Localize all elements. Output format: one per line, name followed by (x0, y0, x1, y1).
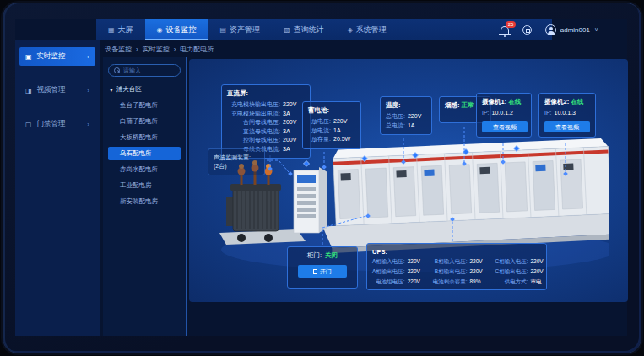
tree-group-toggle[interactable]: ▾ 浦大台区 (110, 85, 181, 94)
tree-item-station-2[interactable]: 白蒲子配电所 (108, 115, 181, 128)
top-navigation: ▦ 大屏 ◉ 设备监控 ▤ 资产管理 ▧ 查询统计 ◈ 系统管理 (15, 19, 627, 40)
tree-group-label: 浦大台区 (116, 85, 142, 94)
sidebar-item-realtime-monitor[interactable]: ▣ 实时监控 › (19, 47, 95, 66)
metric-label: A相输出电压: (372, 268, 405, 276)
nav-tab-system[interactable]: ◈ 系统管理 (336, 19, 398, 40)
fullscreen-icon[interactable] (522, 25, 532, 35)
tree-item-station-7[interactable]: 新安装配电房 (108, 195, 181, 208)
stats-icon: ▧ (284, 26, 290, 34)
battery-panel: 蓄电池: 放电压:220V 放电流:1A 放存量:20.5W (302, 101, 361, 149)
panel-title: 直流屏: (227, 89, 305, 98)
monitor-icon: ◉ (157, 26, 163, 34)
acoustic-monitor-label: 声波监测装置: (2台) (208, 148, 265, 175)
metric-label: 合闸母线电压: (227, 118, 280, 127)
metric-value: 市电 (530, 278, 549, 286)
acoustic-label-line1: 声波监测装置: (214, 154, 259, 162)
door-icon: ▢ (25, 121, 32, 128)
device-frame: ▦ 大屏 ◉ 设备监控 ▤ 资产管理 ▧ 查询统计 ◈ 系统管理 (3, 3, 641, 353)
station-tree-panel: ▾ 浦大台区 鱼台子配电所 白蒲子配电所 大板桥配电所 乌石配电所 赤岗水配电所… (103, 57, 187, 336)
nav-tab-device-monitor[interactable]: ◉ 设备监控 (145, 19, 208, 40)
metric-label: 电池组电压: (372, 278, 405, 286)
chevron-right-icon: › (87, 121, 89, 128)
tree-item-station-4-selected[interactable]: 乌石配电所 (108, 147, 181, 160)
chevron-down-icon: ∨ (594, 26, 598, 33)
view-video-button[interactable]: 查看视频 (544, 121, 590, 132)
breadcrumb-item: 电力配电所 (180, 45, 214, 54)
nav-tab-label: 大屏 (118, 24, 133, 35)
breadcrumb-item[interactable]: 实时监控 (143, 45, 170, 54)
metric-label: 放电流: (308, 127, 331, 136)
metric-label: B相输出电压: (433, 268, 468, 276)
open-door-button[interactable]: 开门 (298, 265, 347, 278)
metric-label: A相输入电压: (372, 258, 405, 266)
ip-label: IP: (544, 109, 552, 118)
user-name: admin001 (560, 26, 590, 34)
tree-item-station-6[interactable]: 工业配电房 (108, 179, 181, 192)
switchgear-room (319, 138, 609, 253)
tree-item-station-1[interactable]: 鱼台子配电所 (108, 99, 181, 112)
nav-tabs: ▦ 大屏 ◉ 设备监控 ▤ 资产管理 ▧ 查询统计 ◈ 系统管理 (96, 19, 552, 40)
panel-title: 烟感: (445, 101, 460, 109)
nav-tab-label: 查询统计 (294, 24, 324, 35)
metric-value: 20.5W (333, 135, 355, 144)
notifications-button[interactable]: 25 (501, 26, 509, 34)
metric-label: 放存量: (308, 135, 331, 144)
metric-label: 总电压: (386, 112, 405, 121)
video-icon: ◨ (25, 87, 32, 94)
metric-label: 供电方式: (495, 278, 528, 286)
metric-value: 1A (333, 127, 355, 136)
camera2-panel: 摄像机2: 在线 IP: 10.0.1.3 查看视频 (538, 93, 596, 138)
nav-tab-statistics[interactable]: ▧ 查询统计 (272, 19, 336, 40)
metric-value: 220V (408, 258, 426, 266)
charging-cabinet (294, 167, 327, 233)
metric-value: 1A (408, 121, 426, 131)
metric-label: 放电压: (308, 117, 331, 127)
metric-label: 控制母线电压: (227, 136, 280, 145)
system-icon: ◈ (348, 26, 353, 34)
search-icon (114, 67, 120, 73)
metric-label: 充电模块输出电流: (227, 110, 280, 119)
asset-icon: ▤ (220, 26, 227, 34)
metric-value: 220V (408, 268, 426, 276)
nav-tab-assets[interactable]: ▤ 资产管理 (208, 19, 273, 40)
breadcrumb: 设备监控 › 实时监控 › 电力配电所 (105, 42, 214, 56)
search-input[interactable] (123, 67, 175, 73)
ip-label: IP: (482, 109, 490, 118)
sidebar-item-access-control[interactable]: ▢ 门禁管理 › (19, 115, 95, 133)
panel-title: UPS: (372, 248, 541, 256)
realtime-monitor-icon: ▣ (25, 53, 32, 61)
nav-tab-bigscreen[interactable]: ▦ 大屏 (96, 19, 145, 40)
nav-tab-label: 资产管理 (230, 24, 260, 35)
acoustic-label-line2: (2台) (214, 162, 259, 170)
breadcrumb-item[interactable]: 设备监控 (105, 45, 132, 54)
caret-down-icon: ▾ (110, 86, 113, 94)
metric-label: 总电流: (386, 121, 405, 131)
breadcrumb-separator: › (174, 46, 176, 53)
app-window: ▦ 大屏 ◉ 设备监控 ▤ 资产管理 ▧ 查询统计 ◈ 系统管理 (15, 19, 627, 336)
user-menu[interactable]: admin001 ∨ (545, 24, 598, 35)
nav-tab-label: 设备监控 (166, 24, 197, 35)
bigscreen-icon: ▦ (108, 26, 115, 34)
temperature-panel: 温度: 总电压:220V 总电流:1A (380, 96, 432, 135)
camera1-ip: 10.0.1.2 (492, 109, 513, 118)
nav-tab-label: 系统管理 (356, 24, 387, 35)
panel-title: 摄像机1: (482, 98, 506, 105)
ups-panel: UPS: A相输入电压:220V B相输入电压:220V C相输入电压:220V… (366, 243, 547, 290)
sidebar-item-label: 实时监控 (37, 51, 66, 62)
metric-label: 电池剩余容量: (433, 278, 468, 286)
metric-label: C相输出电压: (495, 268, 528, 276)
sidebar-item-label: 门禁管理 (37, 119, 66, 129)
door-status: 关闭 (325, 251, 338, 260)
metric-label: 充电模块输出电压: (227, 100, 280, 110)
cabinet-door-panel: 柜门: 关闭 开门 (287, 246, 358, 289)
camera1-panel: 摄像机1: 在线 IP: 10.0.1.2 查看视频 (476, 93, 532, 138)
tree-item-station-5[interactable]: 赤岗水配电所 (108, 163, 181, 176)
tree-item-station-3[interactable]: 大板桥配电所 (108, 131, 181, 144)
chevron-right-icon: › (87, 53, 89, 61)
view-video-button[interactable]: 查看视频 (482, 121, 528, 132)
sidebar-item-video-manage[interactable]: ◨ 视频管理 › (19, 81, 95, 100)
tree-search[interactable] (108, 64, 181, 77)
camera2-ip: 10.0.1.3 (555, 109, 576, 118)
smoke-status: 正常 (462, 101, 474, 109)
camera1-status: 在线 (508, 98, 521, 105)
